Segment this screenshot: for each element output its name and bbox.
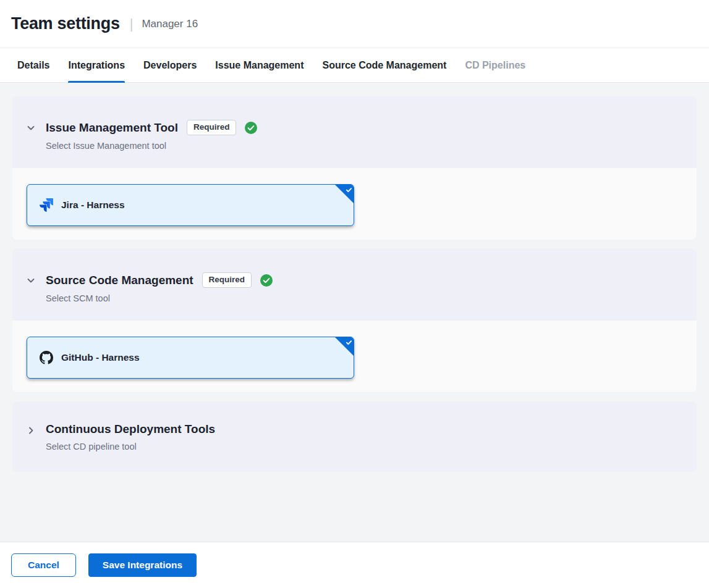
github-icon [40,351,53,364]
section-subtitle: Select Issue Management tool [46,141,257,151]
tab-details[interactable]: Details [17,48,49,82]
team-settings-page: Team settings | Manager 16 Details Integ… [0,0,709,588]
section-title: Source Code Management [46,274,193,287]
cancel-button[interactable]: Cancel [11,553,76,577]
tab-integrations[interactable]: Integrations [68,48,125,82]
selected-corner-badge [335,337,354,356]
required-badge: Required [202,272,252,288]
tab-developers[interactable]: Developers [143,48,197,82]
selected-check-icon [346,339,352,346]
section-title: Continuous Deployment Tools [46,422,215,436]
chevron-right-icon[interactable] [26,426,36,435]
section-header: Issue Management Tool Required Select Is… [12,96,697,168]
tab-cd-pipelines: CD Pipelines [465,48,525,82]
selected-corner-badge [335,185,354,203]
selected-check-icon [346,187,352,193]
footer-actions: Cancel Save Integrations [0,542,709,588]
section-title: Issue Management Tool [46,121,178,135]
required-badge: Required [187,120,237,135]
section-subtitle: Select CD pipeline tool [46,442,215,452]
page-subtitle: Manager 16 [142,18,198,30]
section-issue-management-tool: Issue Management Tool Required Select Is… [12,96,697,240]
option-jira-harness[interactable]: Jira - Harness [27,184,354,226]
complete-check-icon [245,122,257,134]
title-separator: | [130,16,134,32]
option-label: GitHub - Harness [61,352,140,363]
complete-check-icon [260,274,273,287]
section-header: Continuous Deployment Tools Select CD pi… [12,401,697,472]
chevron-down-icon[interactable] [26,275,36,285]
save-integrations-button[interactable]: Save Integrations [88,553,197,577]
section-header: Source Code Management Required Select S… [12,249,697,321]
tab-issue-management[interactable]: Issue Management [215,48,304,82]
option-label: Jira - Harness [61,200,125,211]
page-header: Team settings | Manager 16 [0,0,709,48]
section-body: GitHub - Harness [12,321,697,392]
section-source-code-management: Source Code Management Required Select S… [12,249,697,392]
section-body: Jira - Harness [12,168,697,240]
tab-source-code-management[interactable]: Source Code Management [322,48,446,82]
integrations-panel: Issue Management Tool Required Select Is… [0,83,709,542]
page-title: Team settings [11,14,120,33]
tab-bar: Details Integrations Developers Issue Ma… [0,48,709,83]
section-subtitle: Select SCM tool [46,293,273,303]
section-continuous-deployment-tools: Continuous Deployment Tools Select CD pi… [12,401,697,472]
chevron-down-icon[interactable] [26,123,36,133]
option-github-harness[interactable]: GitHub - Harness [27,337,354,379]
jira-icon [40,198,53,212]
